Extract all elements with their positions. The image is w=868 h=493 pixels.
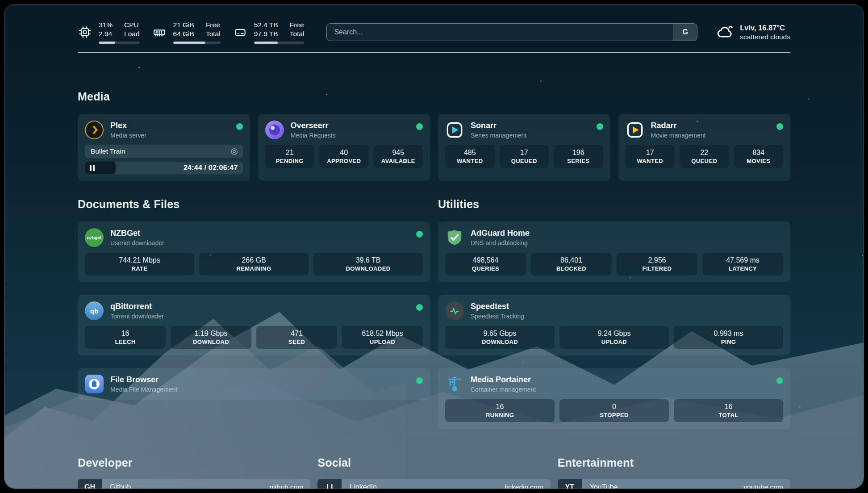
app-card[interactable]: File Browser Media File Management	[78, 368, 430, 400]
section-title-social: Social	[317, 456, 550, 469]
speedtest-icon	[445, 301, 464, 320]
stat-value: 9.65 Gbps	[450, 330, 550, 338]
section-title-utilities: Utilities	[438, 198, 790, 211]
app-card[interactable]: nzbget NZBGet Usenet downloader 744.21 M…	[78, 221, 430, 282]
ram-values: 21 GiB64 GiB	[173, 21, 194, 38]
status-online-dot	[597, 123, 603, 130]
bookmark-link-row[interactable]: LI LinkedIn linkedin.com	[317, 479, 550, 489]
stat-label: UPLOAD	[346, 338, 418, 345]
stat-label: QUEUED	[684, 158, 725, 164]
stat-label: WANTED	[630, 158, 671, 164]
cpu-labels: CPULoad	[124, 21, 139, 38]
app-desc: Container management	[471, 386, 770, 393]
stat-label: RATE	[89, 265, 190, 272]
stat-tile: 17 QUEUED	[500, 145, 549, 168]
bookmark-link-row[interactable]: GH Github github.com	[78, 479, 310, 489]
stat-tile: 744.21 Mbps RATE	[85, 253, 194, 276]
stat-tile: 0.993 ms PING	[674, 326, 783, 349]
session-settings-icon[interactable]	[230, 147, 238, 156]
status-online-dot	[416, 304, 423, 311]
media-cards: Plex Media server Bullet Train 24:44 / 0…	[78, 114, 790, 181]
stat-label: SERIES	[558, 158, 599, 164]
app-name: qBittorrent	[110, 302, 409, 311]
link-url: youtube.com	[743, 479, 790, 489]
stat-value: 266 GB	[204, 256, 304, 264]
app-name: Overseerr	[291, 121, 410, 130]
stat-tile: 9.24 Gbps UPLOAD	[559, 326, 669, 349]
documents-column: Documents & Files nzbget NZBGet Usenet d…	[78, 198, 430, 429]
stat-value: 498,564	[450, 256, 522, 264]
weather-condition: scattered clouds	[740, 33, 790, 41]
social-column: Social LI LinkedIn linkedin.com TW Twitt…	[317, 456, 550, 489]
stat-value: 9.24 Gbps	[564, 330, 664, 338]
stat-label: PING	[678, 338, 779, 345]
link-name: LinkedIn	[342, 479, 505, 489]
app-card[interactable]: AdGuard Home DNS and adblocking 498,564 …	[438, 221, 790, 282]
disk-stat-group: 52.4 TB97.9 TB FreeTotal	[233, 21, 305, 44]
stat-label: LATENCY	[707, 265, 779, 272]
stat-value: 22	[684, 149, 725, 157]
stat-value: 2,956	[621, 256, 693, 264]
cpu-stat-group: 31%2.94 CPULoad	[78, 21, 140, 44]
link-abbreviation: GH	[78, 479, 102, 489]
header-divider	[78, 52, 790, 53]
entertainment-column: Entertainment YT YouTube youtube.com NF …	[558, 456, 790, 489]
stat-tile: 39.6 TB DOWNLOADED	[313, 253, 423, 276]
google-search-button[interactable]: G	[673, 24, 697, 41]
stat-label: TOTAL	[678, 412, 779, 418]
stat-value: 39.6 TB	[318, 256, 418, 264]
stat-value: 0	[564, 403, 664, 411]
memory-icon	[152, 25, 167, 39]
stat-label: UPLOAD	[564, 338, 664, 345]
disk-progress-bar	[254, 42, 305, 44]
app-stats: 21 PENDING 40 APPROVED 945 AVAILABLE	[265, 145, 423, 168]
search-input[interactable]	[327, 24, 673, 41]
stat-label: RUNNING	[450, 412, 550, 418]
now-playing-title: Bullet Train	[91, 147, 230, 155]
app-card[interactable]: Speedtest Speedtest Tracking 9.65 Gbps D…	[438, 295, 790, 355]
stat-value: 744.21 Mbps	[89, 256, 190, 264]
app-card[interactable]: Sonarr Series management 485 WANTED 17 Q…	[438, 114, 610, 181]
status-online-dot	[416, 377, 423, 384]
dashboard-window: 31%2.94 CPULoad 21 GiB64 GiB FreeTotal	[4, 4, 864, 489]
stat-tile: 17 WANTED	[626, 145, 675, 168]
stat-value: 21	[270, 149, 310, 157]
cpu-values: 31%2.94	[99, 21, 113, 38]
playback-progress-fill	[85, 162, 116, 174]
stat-tile: 196 SERIES	[554, 145, 603, 168]
app-desc: Media File Management	[110, 386, 409, 393]
app-card[interactable]: qb qBittorrent Torrent downloader 16 LEE…	[78, 295, 430, 355]
app-card[interactable]: Media Portainer Container management 16 …	[438, 368, 790, 429]
app-desc: Speedtest Tracking	[471, 313, 783, 320]
stat-label: BLOCKED	[535, 265, 607, 272]
status-online-dot	[776, 123, 783, 130]
disk-values: 52.4 TB97.9 TB	[254, 21, 278, 38]
pause-icon[interactable]	[90, 165, 95, 171]
app-name: Media Portainer	[471, 375, 770, 384]
stat-label: WANTED	[450, 158, 490, 164]
app-name: NZBGet	[110, 229, 409, 238]
app-card[interactable]: Radarr Movie management 17 WANTED 22 QUE…	[618, 114, 791, 181]
status-online-dot	[776, 377, 783, 384]
app-desc: Usenet downloader	[110, 239, 409, 246]
stat-tile: 485 WANTED	[445, 145, 495, 168]
app-desc: Movie management	[651, 132, 770, 139]
link-url: github.com	[270, 479, 311, 489]
stat-tile: 16 RUNNING	[445, 399, 555, 422]
stat-tile: 21 PENDING	[265, 145, 315, 168]
playback-progress-bar[interactable]: 24:44 / 02:06:47	[85, 162, 243, 174]
bookmark-link-row[interactable]: YT YouTube youtube.com	[558, 479, 790, 489]
app-desc: Series management	[471, 132, 590, 139]
stat-tile: 22 QUEUED	[680, 145, 729, 168]
link-url: linkedin.com	[505, 479, 551, 489]
weather-location-temp: Lviv, 16.87°C	[740, 24, 790, 32]
status-online-dot	[416, 123, 423, 130]
stat-value: 86,401	[535, 256, 607, 264]
app-stats: 16 LEECH 1.19 Gbps DOWNLOAD 471 SEED 618…	[85, 326, 423, 349]
link-abbreviation: LI	[317, 479, 342, 489]
now-playing: Bullet Train 24:44 / 02:06:47	[85, 145, 243, 174]
app-card[interactable]: Overseerr Media Requests 21 PENDING 40 A…	[258, 114, 430, 181]
app-card[interactable]: Plex Media server Bullet Train 24:44 / 0…	[78, 114, 250, 181]
stat-tile: 86,401 BLOCKED	[531, 253, 612, 276]
nzbget-icon: nzbget	[85, 228, 104, 247]
